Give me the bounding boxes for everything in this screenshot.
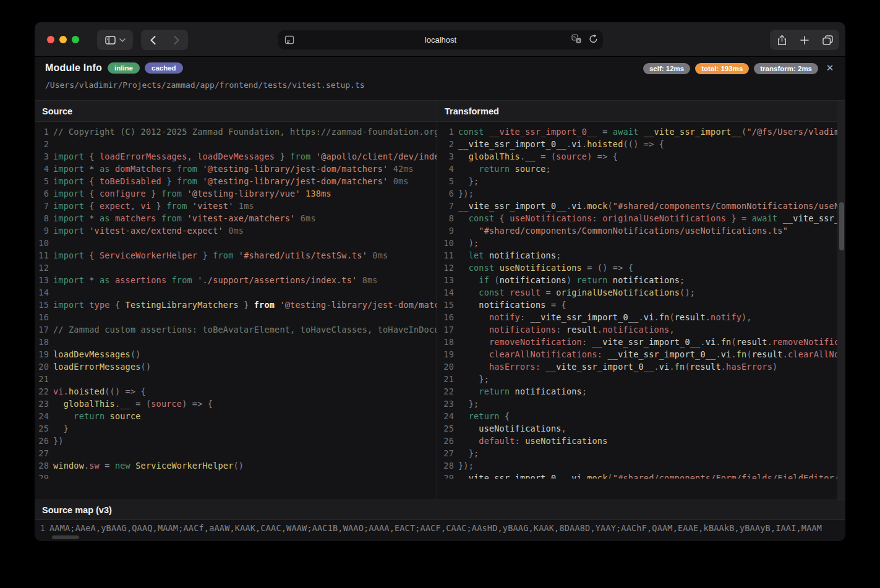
code-line: 13 if (notifications) return notificatio… (437, 274, 845, 286)
code-line: 7import { expect, vi } from 'vitest' 1ms (35, 200, 437, 212)
code-panels: Source 1// Copyright (C) 2012-2025 Zamma… (35, 101, 845, 500)
plus-icon (800, 36, 809, 45)
code-line: 8 const { useNotifications: originalUseN… (437, 212, 845, 224)
code-line: 10 ); (437, 237, 845, 249)
sourcemap-line-number: 1 (35, 520, 49, 536)
line-content: }; (458, 398, 479, 410)
line-content: notifications = { (458, 299, 566, 311)
timing-badge: transform: 2ms (754, 63, 818, 74)
close-icon[interactable]: ✕ (823, 61, 837, 75)
code-line: 23 globalThis.__ = (source) => { (35, 398, 437, 410)
line-content: return notifications; (458, 385, 587, 398)
nav-buttons (141, 30, 188, 50)
transformed-code[interactable]: 1const __vite_ssr_import_0__ = await __v… (437, 122, 845, 479)
zoom-window-button[interactable] (72, 36, 79, 43)
new-tab-button[interactable] (793, 30, 816, 50)
line-number: 10 (35, 237, 53, 249)
code-line: 4 return source; (437, 163, 845, 175)
code-line: 21 (35, 373, 437, 385)
sidebar-toggle-button[interactable] (97, 30, 133, 50)
address-bar[interactable]: localhost ✎ x (278, 30, 603, 49)
code-line: 10 (35, 237, 437, 249)
line-content: useNotifications, (458, 422, 566, 435)
forward-button[interactable] (164, 30, 188, 50)
module-badge: inline (108, 62, 140, 74)
code-line: 29__vite_ssr_import_0__.vi.mock("#shared… (437, 472, 845, 479)
code-line: 26 default: useNotifications (437, 435, 845, 447)
close-window-button[interactable] (47, 36, 54, 43)
minimize-window-button[interactable] (59, 36, 67, 43)
line-number: 7 (35, 200, 53, 212)
code-line: 16 (35, 311, 437, 323)
code-line: 23 }; (437, 398, 845, 410)
line-content: }); (458, 187, 474, 200)
share-button[interactable] (771, 30, 793, 50)
source-code[interactable]: 1// Copyright (C) 2012-2025 Zammad Found… (35, 122, 437, 479)
line-number: 18 (35, 336, 53, 348)
chevron-right-icon (174, 36, 179, 45)
sourcemap-mappings: AAMA;AAeA,yBAAG,QAAQ,MAAM;AACf,aAAW,KAAK… (49, 520, 822, 536)
line-number: 2 (437, 138, 458, 150)
line-number: 7 (437, 200, 458, 212)
code-line: 14 (35, 286, 437, 299)
line-number: 26 (437, 435, 458, 447)
horizontal-scrollbar-thumb[interactable] (52, 535, 79, 539)
code-line: 27 (35, 447, 437, 459)
line-number: 20 (35, 360, 53, 373)
sourcemap-line: 1 AAMA;AAeA,yBAAG,QAAQ,MAAM;AACf,aAAW,KA… (35, 520, 845, 536)
code-line: 15 notifications = { (437, 299, 845, 311)
line-number: 6 (35, 187, 53, 200)
line-content: import * as assertions from './support/a… (53, 274, 378, 286)
line-content: }) (53, 435, 64, 447)
line-content: }); (458, 459, 474, 472)
line-number: 27 (437, 447, 458, 459)
code-line: 15import type { TestingLibraryMatchers }… (35, 299, 437, 311)
code-line: 5import { toBeDisabled } from '@testing-… (35, 175, 437, 187)
line-number: 16 (437, 311, 458, 323)
line-content: import { ServiceWorkerHelper } from '#sh… (53, 249, 388, 262)
sourcemap-section: Source map (v3) 1 AAMA;AAeA,yBAAG,QAAQ,M… (35, 500, 845, 541)
code-line: 2 (35, 138, 437, 150)
line-number: 15 (35, 299, 53, 311)
line-number: 28 (35, 459, 53, 472)
translate-icon[interactable]: ✎ x (571, 34, 583, 44)
code-line: 24 return source (35, 410, 437, 422)
line-number: 20 (437, 360, 458, 373)
line-number: 14 (437, 286, 458, 299)
line-content: import { expect, vi } from 'vitest' 1ms (53, 200, 254, 212)
svg-text:x: x (577, 38, 580, 43)
line-number: 4 (437, 163, 458, 175)
code-line: 12 const useNotifications = () => { (437, 262, 845, 274)
back-button[interactable] (141, 30, 164, 50)
vertical-scrollbar[interactable] (837, 101, 845, 500)
line-number: 10 (437, 237, 458, 249)
tab-overview-button[interactable] (816, 30, 839, 50)
code-line: 20 hasErrors: __vite_ssr_import_0__.vi.f… (437, 360, 845, 373)
code-line: 9import 'vitest-axe/extend-expect' 0ms (35, 224, 437, 237)
code-line: 25 } (35, 422, 437, 435)
reload-icon[interactable] (589, 34, 598, 44)
line-number: 23 (35, 398, 53, 410)
line-content: __vite_ssr_import_0__.vi.hoisted(() => { (458, 138, 664, 150)
code-line: 21 }; (437, 373, 845, 385)
line-content: import 'vitest-axe/extend-expect' 0ms (53, 224, 244, 237)
code-line: 8import * as matchers from 'vitest-axe/m… (35, 212, 437, 224)
code-line: 3import { loadErrorMessages, loadDevMess… (35, 150, 437, 163)
code-line: 20loadErrorMessages() (35, 360, 437, 373)
traffic-lights (47, 36, 79, 43)
vertical-scrollbar-thumb[interactable] (839, 202, 844, 250)
transformed-panel[interactable]: Transformed 1const __vite_ssr_import_0__… (437, 101, 845, 500)
code-line: 19loadDevMessages() (35, 348, 437, 360)
line-number: 9 (437, 224, 458, 237)
code-line: 22 return notifications; (437, 385, 845, 398)
line-number: 12 (35, 262, 53, 274)
line-content: import { configure } from '@testing-libr… (53, 187, 331, 200)
code-line: 25 useNotifications, (437, 422, 845, 435)
code-line: 6}); (437, 187, 845, 200)
source-panel[interactable]: Source 1// Copyright (C) 2012-2025 Zamma… (35, 101, 437, 500)
line-content: return { (458, 410, 510, 422)
code-line: 3 globalThis.__ = (source) => { (437, 150, 845, 163)
line-content: }; (458, 175, 479, 187)
module-badge: cached (145, 62, 183, 74)
line-number: 12 (437, 262, 458, 274)
